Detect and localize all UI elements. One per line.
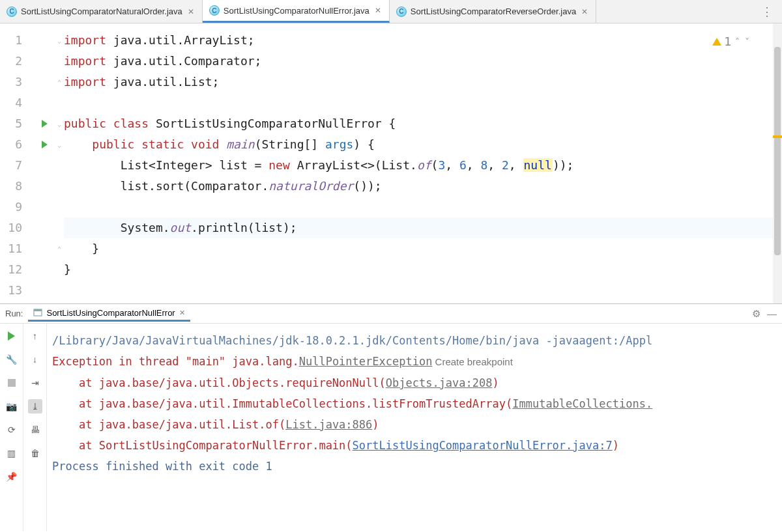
stack-link[interactable]: Objects.java:208 (386, 376, 493, 389)
rerun-button[interactable] (5, 329, 19, 343)
java-class-icon: C (396, 7, 407, 17)
editor-scrollbar[interactable] (773, 23, 782, 303)
line-number-gutter: 12345678910111213 (0, 23, 31, 303)
close-icon[interactable]: ✕ (179, 309, 185, 317)
run-toolbar-secondary: ↑ ↓ ⇥ ⤓ 🖶 🗑 (23, 324, 47, 531)
warning-icon (712, 38, 721, 46)
stop-button[interactable] (5, 376, 19, 390)
create-breakpoint-hint[interactable]: Create breakpoint (432, 356, 512, 367)
svg-rect-1 (34, 309, 42, 311)
run-label: Run: (5, 309, 23, 318)
code-area[interactable]: import java.util.ArrayList; import java.… (64, 23, 773, 303)
close-icon[interactable]: ✕ (580, 7, 589, 16)
tab-label: SortListUsingComparatorReverseOrder.java (411, 7, 576, 16)
editor-tab[interactable]: C SortListUsingComparatorNaturalOrder.ja… (0, 0, 203, 23)
stack-link[interactable]: List.java:886 (285, 418, 372, 431)
exit-code: Process finished with exit code 1 (52, 456, 779, 477)
editor-tab-bar: C SortListUsingComparatorNaturalOrder.ja… (0, 0, 782, 23)
close-icon[interactable]: ✕ (373, 6, 383, 15)
java-class-icon: C (209, 5, 220, 16)
run-config-name: SortListUsingComparatorNullError (46, 308, 175, 318)
code-editor[interactable]: 12345678910111213 ⌄⌃⌄⌄⌃ import java.util… (0, 23, 782, 303)
fold-column: ⌄⌃⌄⌄⌃ (57, 23, 64, 303)
chevron-down-icon[interactable]: ˅ (744, 31, 751, 52)
layout-icon[interactable]: ▥ (5, 446, 19, 460)
run-line-marker[interactable] (31, 113, 57, 134)
run-config-tab[interactable]: SortListUsingComparatorNullError ✕ (28, 306, 190, 322)
arrow-down-icon[interactable]: ↓ (28, 352, 42, 367)
run-header: Run: SortListUsingComparatorNullError ✕ … (0, 304, 782, 324)
gutter-icons (31, 23, 57, 303)
warning-marker[interactable] (773, 135, 782, 138)
console-output[interactable]: /Library/Java/JavaVirtualMachines/jdk-18… (47, 324, 782, 531)
editor-tab-active[interactable]: C SortListUsingComparatorNullError.java … (203, 0, 390, 23)
close-icon[interactable]: ✕ (186, 7, 195, 16)
stack-link-own[interactable]: SortListUsingComparatorNullError.java:7 (353, 439, 613, 452)
console-command: /Library/Java/JavaVirtualMachines/jdk-18… (52, 330, 779, 351)
tab-label: SortListUsingComparatorNullError.java (224, 6, 369, 16)
camera-icon[interactable]: 📷 (5, 399, 19, 413)
wrench-icon[interactable]: 🔧 (5, 352, 19, 367)
debug-rerun-icon[interactable]: ⟳ (5, 423, 19, 437)
terminal-icon (33, 308, 42, 317)
scroll-to-end-icon[interactable]: ⤓ (28, 399, 42, 413)
run-tool-window: Run: SortListUsingComparatorNullError ✕ … (0, 303, 782, 531)
pin-icon[interactable]: 📌 (5, 469, 19, 484)
tab-label: SortListUsingComparatorNaturalOrder.java (21, 7, 182, 16)
gear-icon[interactable]: ⚙ (752, 308, 760, 320)
stack-link[interactable]: ImmutableCollections. (512, 397, 652, 410)
exception-link[interactable]: NullPointerException (299, 355, 433, 368)
minimize-icon[interactable]: — (767, 308, 777, 320)
java-class-icon: C (7, 7, 17, 17)
tab-overflow-menu[interactable]: ⋮ (752, 5, 782, 19)
soft-wrap-icon[interactable]: ⇥ (28, 376, 42, 390)
scroll-thumb[interactable] (774, 47, 781, 255)
trash-icon[interactable]: 🗑 (28, 446, 42, 460)
run-line-marker[interactable] (31, 134, 57, 155)
run-toolbar-primary: 🔧 📷 ⟳ ▥ 📌 (0, 324, 23, 531)
warning-count: 1 (724, 31, 731, 52)
inspection-widget[interactable]: 1 ˄ ˅ (712, 31, 751, 52)
editor-tab[interactable]: C SortListUsingComparatorReverseOrder.ja… (390, 0, 596, 23)
print-icon[interactable]: 🖶 (28, 423, 42, 437)
chevron-up-icon[interactable]: ˄ (734, 31, 741, 52)
arrow-up-icon[interactable]: ↑ (28, 329, 42, 343)
